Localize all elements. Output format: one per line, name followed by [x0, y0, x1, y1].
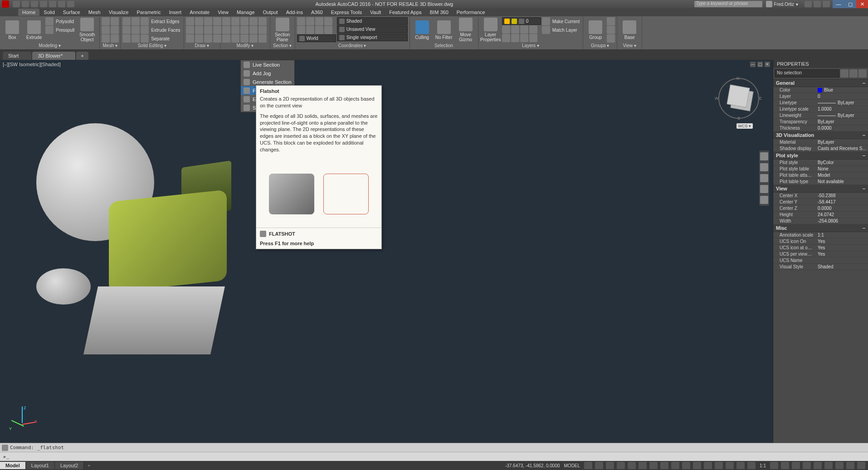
prop-row[interactable]: Plot style tableNone — [773, 166, 868, 172]
prop-row[interactable]: LineweightByLayer — [773, 112, 868, 119]
qat-redo-icon[interactable] — [67, 1, 74, 7]
layer-icon3[interactable] — [520, 25, 528, 34]
prop-row[interactable]: Annotation scale1:1 — [773, 232, 868, 238]
prop-section-header[interactable]: Misc– — [773, 224, 868, 232]
thicken-icon[interactable] — [132, 34, 140, 43]
extrude-faces-button[interactable]: Extrude Faces — [141, 26, 181, 34]
layout-tab-layout2[interactable]: Layout2 — [55, 462, 84, 469]
trim-icon[interactable] — [240, 17, 249, 25]
line-icon[interactable] — [186, 17, 194, 25]
gizmo-button[interactable]: Move Gizmo — [455, 17, 476, 43]
status-ortho-icon[interactable] — [606, 462, 614, 469]
status-polar-icon[interactable] — [617, 462, 625, 469]
erase-icon[interactable] — [249, 17, 258, 25]
pline-icon[interactable] — [195, 17, 203, 25]
layer-icon2[interactable] — [511, 25, 519, 34]
tab-performance[interactable]: Performance — [453, 9, 489, 16]
layer-dropdown[interactable]: 0 — [502, 17, 541, 25]
tab-home[interactable]: Home — [18, 9, 39, 16]
mesh-icon4[interactable] — [111, 26, 119, 34]
status-annovis-icon[interactable] — [736, 462, 745, 469]
layout-add-button[interactable]: + — [84, 462, 94, 469]
viewport-label[interactable]: [–][SW Isometric][Shaded] — [3, 62, 61, 67]
layer-icon4[interactable] — [529, 25, 537, 34]
region-icon[interactable] — [195, 34, 203, 43]
prop-row[interactable]: Center Z0.0000 — [773, 205, 868, 212]
interfere-icon[interactable] — [132, 26, 140, 34]
tab-addins[interactable]: Add-ins — [282, 9, 307, 16]
stayconnected-icon[interactable] — [814, 1, 821, 7]
app-logo-icon[interactable] — [2, 0, 9, 8]
make-current-button[interactable]: Make Current — [542, 17, 581, 25]
view-dropdown[interactable]: Unsaved View — [337, 25, 408, 33]
mesh-icon2[interactable] — [111, 17, 119, 25]
qat-undo-icon[interactable] — [58, 1, 65, 7]
layout-tab-layout1[interactable]: Layout1 — [26, 462, 55, 469]
move-icon[interactable] — [222, 17, 230, 25]
layer-icon6[interactable] — [511, 34, 519, 42]
status-grid-icon[interactable] — [584, 462, 592, 469]
vp-maximize-icon[interactable]: ▢ — [757, 62, 763, 67]
status-ducs-icon[interactable] — [704, 462, 712, 469]
infocenter-search[interactable]: Type a keyword or phrase — [694, 1, 762, 7]
viewcube[interactable]: NSWE — [718, 78, 759, 119]
offset-icon[interactable] — [231, 34, 239, 43]
culling-button[interactable]: Culling — [412, 17, 433, 43]
group-icon4[interactable] — [607, 34, 615, 43]
prop-row[interactable]: Width-254.0806 — [773, 218, 868, 224]
zoom-icon[interactable] — [760, 174, 768, 182]
circle-icon[interactable] — [204, 17, 212, 25]
prop-row[interactable]: Plot table attac...Model — [773, 172, 868, 179]
ucs-icon3[interactable] — [315, 17, 323, 25]
prop-row[interactable]: UCS icon OnYes — [773, 238, 868, 245]
intersect-icon[interactable] — [122, 26, 131, 34]
tab-surface[interactable]: Surface — [59, 9, 84, 16]
status-hardware-icon[interactable] — [835, 462, 844, 469]
base-view-button[interactable]: Base — [619, 17, 640, 43]
polysolid-button[interactable]: Polysolid — [45, 17, 76, 25]
break-icon[interactable] — [258, 34, 267, 43]
scale-icon[interactable] — [258, 26, 267, 34]
nofilter-button[interactable]: No Filter — [434, 17, 454, 43]
ucs-icon8[interactable] — [324, 26, 332, 34]
rect-icon[interactable] — [186, 26, 194, 34]
status-lwt-icon[interactable] — [671, 462, 679, 469]
align-icon[interactable] — [240, 34, 249, 43]
menuitem-add-jog[interactable]: Add Jog — [241, 69, 294, 78]
extrude-button[interactable]: Extrude — [24, 17, 44, 43]
prop-row[interactable]: UCS icon at ori...Yes — [773, 245, 868, 251]
prop-row[interactable]: Center X-50.2388 — [773, 193, 868, 199]
layer-properties-button[interactable]: Layer Properties — [480, 17, 501, 43]
menuitem-live-section[interactable]: Live Section — [241, 60, 294, 69]
prop-row[interactable]: Linetype scale1.0000 — [773, 106, 868, 112]
filetab-add[interactable]: + — [76, 52, 88, 60]
hatch-icon[interactable] — [186, 34, 194, 43]
prop-row[interactable]: Center Y-58.4417 — [773, 199, 868, 205]
tab-vault[interactable]: Vault — [366, 9, 385, 16]
layer-icon8[interactable] — [529, 34, 537, 42]
status-lockui-icon[interactable] — [814, 462, 822, 469]
qat-plot-icon[interactable] — [49, 1, 56, 7]
maximize-button[interactable]: ▢ — [844, 0, 856, 8]
status-filtering-icon[interactable] — [715, 462, 723, 469]
prop-section-header[interactable]: 3D Visualization– — [773, 131, 868, 139]
status-workspace-icon[interactable] — [770, 462, 778, 469]
showmotion-icon[interactable] — [760, 196, 768, 204]
prop-row[interactable]: Height24.0742 — [773, 212, 868, 218]
helix-icon[interactable] — [204, 34, 212, 43]
qat-open-icon[interactable] — [22, 1, 29, 7]
mirror-icon[interactable] — [222, 26, 230, 34]
ellipse-icon[interactable] — [195, 26, 203, 34]
exchange-icon[interactable] — [805, 1, 812, 7]
prop-row[interactable]: ColorBlue — [773, 87, 868, 93]
ucs-icon6[interactable] — [306, 26, 314, 34]
qat-save-icon[interactable] — [31, 1, 38, 7]
mesh-icon5[interactable] — [102, 34, 110, 43]
separate-button[interactable]: Separate — [141, 34, 181, 43]
fillet-icon[interactable] — [231, 26, 239, 34]
smooth-object-button[interactable]: Smooth Object — [77, 17, 98, 43]
match-layer-button[interactable]: Match Layer — [542, 26, 581, 34]
tab-view[interactable]: View — [214, 9, 233, 16]
mesh-icon1[interactable] — [102, 17, 110, 25]
extract-edges-button[interactable]: Extract Edges — [141, 17, 181, 25]
